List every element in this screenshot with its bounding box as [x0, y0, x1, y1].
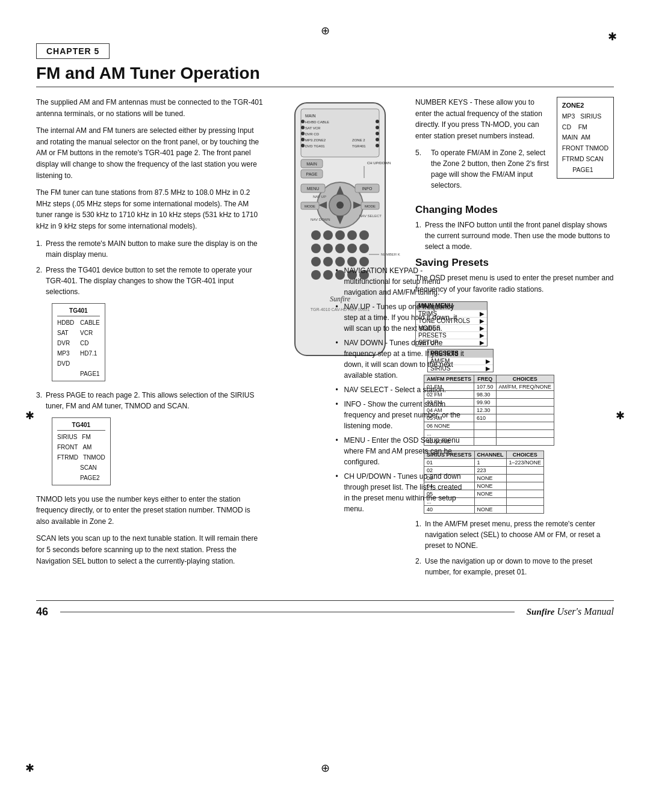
list-item: NAV DOWN - Tunes down one frequency step…	[336, 337, 468, 381]
svg-point-62	[323, 270, 333, 280]
list-item: NAV SELECT - Select a station.	[336, 384, 468, 395]
svg-point-55	[323, 257, 333, 266]
svg-text:ZONE 2: ZONE 2	[352, 138, 365, 142]
svg-point-54	[311, 257, 321, 266]
svg-point-44	[311, 230, 321, 240]
tnmod-text: TNMOD lets you use the number keys eithe…	[36, 494, 265, 527]
steps-list: 1. Press the remote's MAIN button to mak…	[36, 238, 265, 489]
svg-point-19	[376, 144, 379, 147]
right-top-text: NUMBER KEYS - These allow you to enter t…	[415, 97, 552, 195]
compass-bottom-icon: ⊕	[321, 761, 330, 775]
svg-text:HD/BD  CABLE: HD/BD CABLE	[305, 120, 329, 124]
bullet-list-area: NAVIGATION KEYPAD - multifunctional for …	[336, 265, 468, 518]
svg-text:SAT    VCR: SAT VCR	[305, 126, 321, 130]
bottom-list: 1. In the AM/FM preset menu, press the r…	[415, 518, 614, 577]
right-steps: 5. To operate FM/AM in Zone 2, select th…	[415, 147, 552, 191]
svg-point-32	[336, 201, 344, 209]
list-item: 1. Press the INFO button until the front…	[415, 220, 614, 252]
svg-point-11	[301, 126, 305, 129]
svg-text:MENU: MENU	[307, 186, 320, 191]
changing-modes-heading: Changing Modes	[415, 204, 614, 216]
number-keys-text: NUMBER KEYS - These allow you to enter t…	[415, 97, 552, 141]
svg-point-10	[301, 120, 305, 123]
svg-text:DVR    CD: DVR CD	[305, 132, 320, 136]
svg-point-51	[335, 244, 345, 253]
star-bottom-left-icon: ✱	[25, 761, 34, 775]
svg-text:NAV SELECT: NAV SELECT	[359, 214, 382, 218]
changing-modes-list: 1. Press the INFO button until the front…	[415, 220, 614, 252]
list-item: INFO - Show the current station frequenc…	[336, 399, 468, 431]
page-container: ⊕ ✱ CHAPTER 5 FM and AM Tuner Operation …	[0, 0, 650, 812]
svg-point-12	[301, 132, 305, 135]
svg-point-13	[301, 138, 305, 141]
list-item: 5. To operate FM/AM in Zone 2, select th…	[421, 147, 552, 191]
list-item: 2. Use the navigation up or down to move…	[415, 556, 614, 577]
star-mid-left-icon: ✱	[25, 409, 34, 422]
center-column: MAIN HD/BD CABLE SAT VCR DVR CD MP3 ZONE…	[277, 97, 403, 518]
svg-text:MODE: MODE	[365, 205, 376, 208]
svg-text:DVD    TG401: DVD TG401	[305, 144, 325, 148]
left-column: The supplied AM and FM antennas must be …	[36, 97, 265, 573]
svg-text:NAV DOWN: NAV DOWN	[311, 218, 330, 221]
list-item: 2. Press the TG401 device button to set …	[36, 265, 265, 385]
svg-text:MODE: MODE	[305, 205, 315, 208]
svg-text:INFO: INFO	[362, 186, 373, 191]
list-item: NAV UP - Tunes up one frequency step at …	[336, 301, 468, 334]
zone2-box: ZONE2 MP3 SIRIUS CD FM MAIN AM FRONT TNM…	[557, 97, 614, 179]
svg-point-53	[359, 244, 369, 253]
svg-point-16	[376, 126, 379, 129]
left-para1: The supplied AM and FM antennas must be …	[36, 97, 265, 119]
page-number: 46	[36, 606, 48, 618]
svg-point-17	[376, 132, 379, 135]
right-top-section: NUMBER KEYS - These allow you to enter t…	[415, 97, 614, 195]
svg-text:NUMBER KEYS: NUMBER KEYS	[381, 253, 400, 256]
svg-text:TGR401: TGR401	[352, 144, 366, 148]
svg-point-48	[359, 230, 369, 240]
list-item: MENU - Enter the OSD Setup menu where FM…	[336, 435, 468, 467]
list-item: 1. In the AM/FM preset menu, press the r…	[415, 518, 614, 551]
star-mid-right-icon: ✱	[616, 409, 625, 422]
list-item: NAVIGATION KEYPAD - multifunctional for …	[336, 265, 468, 298]
feature-bullets: NAVIGATION KEYPAD - multifunctional for …	[336, 265, 468, 514]
bottom-suffix: User's Manual	[554, 606, 614, 617]
list-item: CH UP/DOWN - Tunes up and down through p…	[336, 471, 468, 514]
svg-text:MP3    ZONE2: MP3 ZONE2	[305, 138, 326, 142]
list-item: 3. Press PAGE to reach page 2. This allo…	[36, 390, 265, 489]
tg401-box1: TG401 HDBDCABLE SATVCR DVRCD MP3HD7.1 DV…	[52, 303, 105, 381]
compass-top-icon: ⊕	[36, 24, 614, 37]
svg-text:CH UP/DOWN: CH UP/DOWN	[367, 161, 391, 165]
chapter-label: CHAPTER 5	[36, 43, 110, 59]
svg-point-46	[335, 230, 345, 240]
sunfire-brand: Sunfire	[527, 607, 555, 617]
svg-point-45	[323, 230, 333, 240]
svg-point-52	[347, 244, 357, 253]
list-item: 1. Press the remote's MAIN button to mak…	[36, 238, 265, 260]
svg-text:PAGE: PAGE	[306, 172, 318, 176]
svg-point-61	[311, 270, 321, 280]
bottom-rule-center	[60, 612, 515, 612]
star-top-right-icon: ✱	[608, 30, 617, 43]
bottom-logo: Sunfire User's Manual	[527, 606, 614, 617]
bottom-steps: 1. In the AM/FM preset menu, press the r…	[415, 518, 614, 577]
svg-text:MAIN: MAIN	[305, 114, 316, 118]
left-para2: The internal AM and FM tuners are select…	[36, 125, 265, 181]
svg-point-14	[301, 144, 305, 147]
svg-point-18	[376, 138, 379, 141]
svg-point-15	[376, 120, 379, 123]
page-title: FM and AM Tuner Operation	[36, 64, 614, 87]
tg401-box2: TG401 SIRIUSFM FRONTAM FTRMDTNMOD SCAN P…	[52, 417, 111, 485]
svg-point-47	[347, 230, 357, 240]
svg-point-49	[311, 244, 321, 253]
left-para3: The FM tuner can tune stations from 87.5…	[36, 187, 265, 232]
bottom-bar: 46 Sunfire User's Manual	[36, 600, 614, 618]
svg-text:NAV UP: NAV UP	[313, 195, 326, 198]
main-layout: The supplied AM and FM antennas must be …	[36, 97, 614, 582]
scan-text: SCAN lets you scan up to the next tunabl…	[36, 533, 265, 567]
svg-text:MAIN: MAIN	[306, 162, 317, 166]
svg-point-50	[323, 244, 333, 253]
